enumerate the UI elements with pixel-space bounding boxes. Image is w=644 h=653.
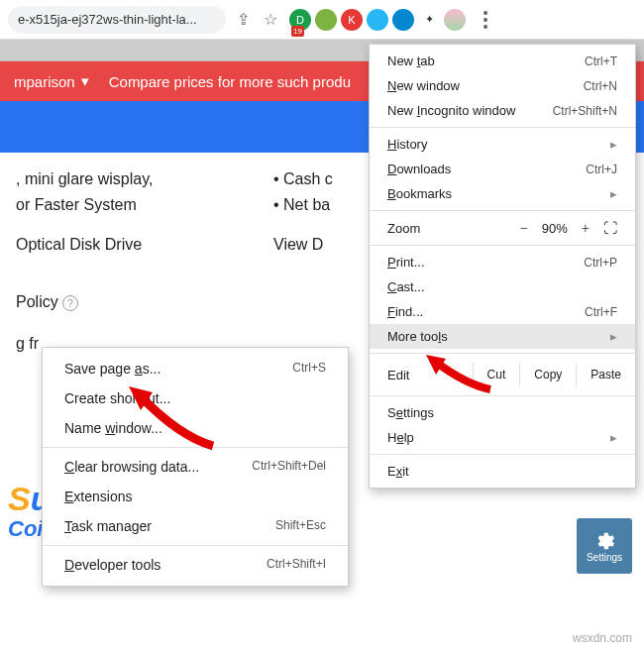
spec-text: • Net ba — [273, 196, 330, 214]
menu-zoom: Zoom−90%+⛶ — [370, 215, 635, 241]
menu-print[interactable]: Print...Ctrl+P — [370, 250, 635, 274]
comparison-text: Compare prices for more such produ — [109, 73, 351, 90]
fullscreen-icon[interactable]: ⛶ — [603, 220, 617, 236]
edit-copy[interactable]: Copy — [519, 363, 576, 386]
extension-icon[interactable] — [392, 9, 414, 31]
menu-history[interactable]: History▸ — [370, 132, 635, 157]
zoom-out[interactable]: − — [520, 220, 528, 236]
submenu-extensions[interactable]: Extensions — [43, 482, 348, 511]
help-icon[interactable]: ? — [62, 295, 78, 311]
watermark: wsxdn.com — [573, 631, 632, 645]
menu-help[interactable]: Help▸ — [370, 425, 635, 450]
menu-cast[interactable]: Cast... — [370, 274, 635, 299]
comparison-dropdown[interactable]: mparison▾ — [14, 72, 89, 90]
share-icon[interactable]: ⇪ — [232, 9, 254, 31]
submenu-clear-data[interactable]: Clear browsing data...Ctrl+Shift+Del — [43, 452, 348, 482]
extensions-puzzle-icon[interactable]: ✦ — [418, 9, 440, 31]
settings-floating-button[interactable]: Settings — [577, 518, 632, 574]
policy-label: Policy? — [16, 293, 78, 311]
edit-cut[interactable]: Cut — [473, 363, 520, 386]
extension-icon[interactable]: D19 — [289, 9, 311, 31]
extension-icon[interactable] — [315, 9, 337, 31]
zoom-in[interactable]: + — [582, 220, 590, 236]
menu-exit[interactable]: Exit — [370, 459, 635, 484]
more-tools-submenu: Save page as...Ctrl+S Create shortcut...… — [42, 347, 349, 587]
omnibox[interactable]: e-x515ja-ej372ws-thin-light-la... — [8, 6, 226, 34]
text-fragment: g fr — [16, 335, 39, 353]
menu-find[interactable]: Find...Ctrl+F — [370, 299, 635, 324]
bookmark-star-icon[interactable]: ☆ — [260, 9, 281, 31]
kebab-menu-icon[interactable] — [474, 8, 497, 32]
chrome-main-menu: New tabCtrl+T New windowCtrl+N New Incog… — [369, 44, 636, 489]
submenu-task-manager[interactable]: Task managerShift+Esc — [43, 511, 348, 541]
extension-icon[interactable] — [367, 9, 388, 31]
profile-avatar[interactable] — [444, 9, 466, 31]
extensions-area: D19 K ✦ — [289, 9, 466, 31]
menu-new-tab[interactable]: New tabCtrl+T — [370, 49, 635, 73]
submenu-developer-tools[interactable]: Developer toolsCtrl+Shift+I — [43, 550, 348, 580]
submenu-create-shortcut[interactable]: Create shortcut... — [43, 383, 348, 413]
edit-paste[interactable]: Paste — [576, 363, 635, 386]
browser-toolbar: e-x515ja-ej372ws-thin-light-la... ⇪ ☆ D1… — [0, 0, 644, 40]
spec-text: or Faster System — [16, 196, 273, 214]
menu-bookmarks[interactable]: Bookmarks▸ — [370, 181, 635, 206]
menu-settings[interactable]: Settings — [370, 400, 635, 425]
menu-incognito[interactable]: New Incognito windowCtrl+Shift+N — [370, 98, 635, 123]
menu-more-tools[interactable]: More tools▸ — [370, 324, 635, 349]
spec-text: , mini glare wisplay, — [16, 170, 273, 188]
spec-text: Optical Disk Drive — [16, 236, 273, 254]
menu-new-window[interactable]: New windowCtrl+N — [370, 73, 635, 98]
extension-icon[interactable]: K — [341, 9, 363, 31]
zoom-level: 90% — [542, 221, 568, 236]
submenu-save-page[interactable]: Save page as...Ctrl+S — [43, 354, 348, 383]
view-details-link[interactable]: View D — [273, 236, 323, 254]
submenu-name-window[interactable]: Name window... — [43, 413, 348, 443]
spec-text: • Cash c — [273, 170, 333, 188]
menu-downloads[interactable]: DownloadsCtrl+J — [370, 157, 635, 181]
menu-edit-row: EditCutCopyPaste — [370, 358, 635, 391]
